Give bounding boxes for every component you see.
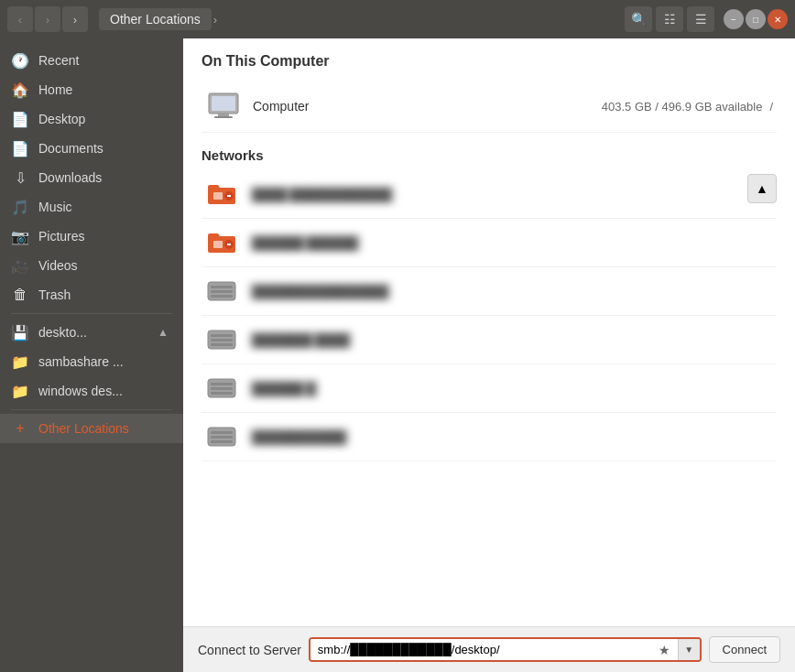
sidebar-label-videos: Videos (38, 258, 172, 273)
folder-orange-icon-1 (205, 178, 238, 211)
eject-icon-desktop-drive[interactable]: ▲ (154, 323, 172, 341)
sidebar-label-documents: Documents (38, 141, 172, 156)
sidebar-item-music[interactable]: 🎵 Music (0, 192, 183, 222)
bookmarks-icon[interactable]: ★ (652, 639, 678, 660)
desktop-icon: 📄 (11, 110, 29, 128)
titlebar: ‹ › › Other Locations › 🔍 ☷ ☰ − □ ✕ (0, 0, 795, 38)
sidebar-item-pictures[interactable]: 📷 Pictures (0, 222, 183, 251)
svg-rect-20 (211, 387, 233, 390)
home-icon: 🏠 (11, 81, 29, 99)
sidebar-item-videos[interactable]: 🎥 Videos (0, 251, 183, 280)
connect-server-input[interactable] (310, 639, 652, 660)
connect-to-server-bar: Connect to Server ★ ▼ Connect (183, 626, 795, 672)
sidebar-item-home[interactable]: 🏠 Home (0, 75, 183, 104)
sidebar-item-other-locations[interactable]: + Other Locations (0, 414, 183, 443)
sidebar-label-windows-des: windows des... (38, 384, 172, 398)
computer-mount: / (769, 100, 773, 114)
sidebar-label-desktop-drive: deskto... (38, 325, 145, 340)
content-panel: On This Computer Computer 403.5 GB / 496… (183, 38, 795, 672)
network-item-3[interactable]: ████████████████ (201, 267, 777, 316)
sidebar-separator-1 (11, 313, 172, 314)
svg-rect-15 (211, 334, 233, 337)
documents-icon: 📄 (11, 139, 29, 157)
music-icon: 🎵 (11, 198, 29, 216)
hdd-icon-2 (205, 323, 238, 356)
sidebar-label-trash: Trash (38, 287, 172, 302)
connect-input-wrapper: ★ ▼ (309, 637, 702, 662)
network-items-list: ▲ ████ ████████████ (201, 170, 777, 461)
network-name-5: ██████ █ (249, 380, 319, 397)
path-bar: Other Locations › (99, 8, 614, 30)
svg-rect-2 (218, 114, 229, 116)
eject-all-button[interactable]: ▲ (747, 174, 777, 203)
search-button[interactable]: 🔍 (625, 6, 652, 32)
file-manager-window: ‹ › › Other Locations › 🔍 ☷ ☰ − □ ✕ 🕐 Re… (0, 0, 795, 672)
svg-rect-9 (227, 244, 231, 245)
svg-rect-25 (211, 440, 233, 443)
path-item-other-locations[interactable]: Other Locations (99, 8, 212, 30)
svg-rect-17 (211, 343, 233, 346)
window-controls: − □ ✕ (724, 9, 788, 29)
sidebar-label-home: Home (38, 82, 172, 97)
svg-rect-6 (227, 195, 231, 197)
network-item-6[interactable]: ███████████ (201, 413, 777, 461)
view-toggle-button[interactable]: ☷ (656, 6, 683, 32)
sidebar-item-downloads[interactable]: ⇩ Downloads (0, 163, 183, 192)
svg-rect-1 (212, 96, 235, 111)
main-content: 🕐 Recent 🏠 Home 📄 Desktop 📄 Documents ⇩ … (0, 38, 795, 672)
sidebar-label-sambashare: sambashare ... (38, 354, 172, 369)
sidebar-item-trash[interactable]: 🗑 Trash (0, 280, 183, 309)
hdd-icon-4 (205, 420, 238, 453)
sidebar-item-sambashare[interactable]: 📁 sambashare ... (0, 347, 183, 376)
network-item-2[interactable]: ██████ ██████ (201, 219, 777, 267)
sidebar-label-desktop: Desktop (38, 112, 172, 126)
svg-rect-13 (211, 295, 233, 298)
sidebar-item-desktop-drive[interactable]: 💾 deskto... ▲ (0, 318, 183, 347)
close-button[interactable]: ✕ (768, 9, 788, 29)
svg-rect-19 (211, 383, 233, 385)
minimize-button[interactable]: − (724, 9, 744, 29)
hdd-icon-3 (205, 372, 238, 405)
connect-button[interactable]: Connect (709, 636, 780, 663)
forward-button[interactable]: › (35, 6, 60, 32)
network-item-5[interactable]: ██████ █ (201, 364, 777, 413)
svg-rect-12 (211, 290, 233, 293)
parent-button[interactable]: › (62, 6, 88, 32)
network-name-2: ██████ ██████ (249, 234, 361, 252)
network-item-1[interactable]: ████ ████████████ (201, 170, 777, 219)
network-name-4: ███████ ████ (249, 331, 353, 349)
computer-icon (205, 88, 242, 125)
menu-button[interactable]: ☰ (687, 6, 714, 32)
sidebar-item-recent[interactable]: 🕐 Recent (0, 46, 183, 75)
sidebar-label-recent: Recent (38, 53, 172, 68)
sidebar-item-desktop[interactable]: 📄 Desktop (0, 104, 183, 134)
connect-dropdown-button[interactable]: ▼ (678, 639, 700, 660)
content-scroll: On This Computer Computer 403.5 GB / 496… (183, 38, 795, 626)
svg-rect-16 (211, 339, 233, 341)
sidebar-item-windows-des[interactable]: 📁 windows des... (0, 376, 183, 406)
svg-rect-24 (211, 436, 233, 439)
back-button[interactable]: ‹ (7, 6, 33, 32)
svg-rect-23 (211, 431, 233, 434)
maximize-button[interactable]: □ (746, 9, 766, 29)
plus-icon: + (11, 419, 29, 438)
toolbar-actions: 🔍 ☷ ☰ (625, 6, 714, 32)
connect-to-server-label: Connect to Server (198, 643, 301, 657)
sidebar: 🕐 Recent 🏠 Home 📄 Desktop 📄 Documents ⇩ … (0, 38, 183, 672)
network-folder-icon-1: 📁 (11, 352, 29, 371)
hdd-icon-1 (205, 275, 238, 308)
svg-rect-21 (211, 392, 233, 395)
on-this-computer-title: On This Computer (201, 53, 777, 70)
network-name-1: ████ ████████████ (249, 186, 395, 203)
network-name-6: ███████████ (249, 428, 349, 446)
sidebar-separator-2 (11, 409, 172, 410)
svg-rect-3 (214, 116, 233, 118)
computer-item[interactable]: Computer 403.5 GB / 496.9 GB available / (201, 81, 777, 133)
computer-size: 403.5 GB / 496.9 GB available (602, 100, 763, 114)
svg-rect-7 (213, 241, 223, 248)
videos-icon: 🎥 (11, 256, 29, 275)
network-item-4[interactable]: ███████ ████ (201, 316, 777, 364)
sidebar-item-documents[interactable]: 📄 Documents (0, 134, 183, 163)
sidebar-label-pictures: Pictures (38, 229, 172, 244)
svg-rect-11 (211, 286, 233, 288)
